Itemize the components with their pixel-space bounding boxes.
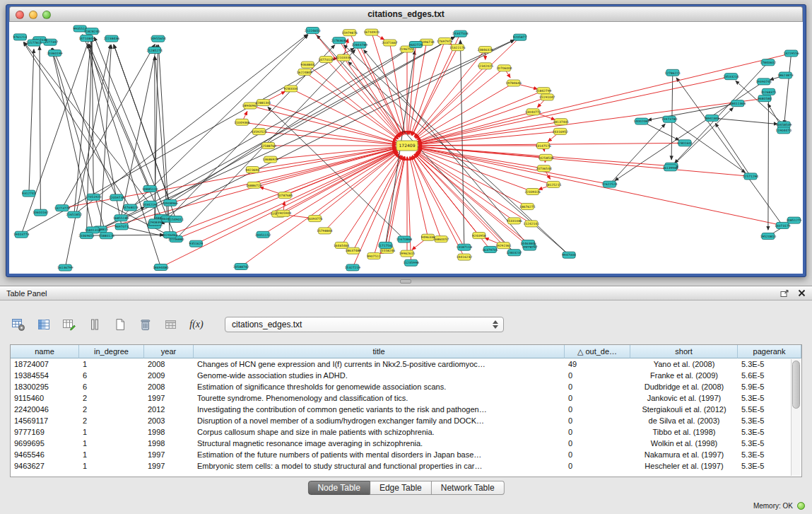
network-edge[interactable] bbox=[418, 97, 547, 141]
table-cell[interactable]: 22420046 bbox=[11, 405, 79, 414]
network-node[interactable]: 9423690 bbox=[246, 167, 260, 173]
table-cell[interactable]: 18724007 bbox=[11, 360, 79, 368]
table-cell[interactable]: 1 bbox=[79, 450, 144, 459]
network-node[interactable]: 15798844 bbox=[317, 228, 333, 234]
network-node[interactable]: 18125215 bbox=[546, 181, 562, 187]
column-header-name[interactable]: name bbox=[11, 345, 79, 358]
table-cell[interactable]: 9463627 bbox=[11, 462, 79, 470]
table-cell[interactable]: Dudbridge et al. (2008) bbox=[630, 382, 738, 391]
network-edge[interactable] bbox=[155, 57, 155, 222]
network-node[interactable]: 11717561 bbox=[377, 242, 394, 248]
network-node[interactable]: 16224809 bbox=[297, 69, 313, 75]
network-node[interactable]: 23533214 bbox=[723, 74, 739, 80]
table-cell[interactable]: 1 bbox=[79, 428, 144, 436]
network-node[interactable]: 14002083 bbox=[634, 118, 650, 124]
table-cell[interactable]: 2012 bbox=[144, 405, 194, 414]
table-row[interactable]: 2242004622012Investigating the contribut… bbox=[11, 404, 801, 415]
network-node[interactable]: 11670868 bbox=[396, 236, 413, 243]
network-node[interactable]: 13592523 bbox=[251, 129, 267, 135]
network-edge[interactable] bbox=[784, 54, 792, 124]
network-node[interactable]: 10600162 bbox=[33, 209, 49, 216]
zoom-button[interactable] bbox=[42, 11, 51, 19]
network-node[interactable]: 16860057 bbox=[433, 236, 449, 243]
network-node[interactable]: 14768023 bbox=[122, 204, 139, 211]
network-node[interactable]: 15322176 bbox=[449, 45, 466, 51]
network-node[interactable]: 9680580 bbox=[758, 95, 772, 102]
table-cell[interactable]: 0 bbox=[565, 428, 630, 436]
network-node[interactable]: 9947000 bbox=[562, 252, 576, 258]
table-cell[interactable]: 2009 bbox=[144, 371, 194, 380]
network-node[interactable]: 22622524 bbox=[601, 181, 618, 187]
table-cell[interactable]: Nakamura et al. (1997) bbox=[630, 450, 738, 459]
table-row[interactable]: 977716911998Corpus callosum shape and si… bbox=[11, 426, 801, 438]
table-cell[interactable]: 1 bbox=[79, 360, 144, 368]
table-cell[interactable]: 9115460 bbox=[11, 394, 79, 402]
float-panel-icon[interactable] bbox=[780, 289, 789, 298]
table-cell[interactable]: Stergiakouli et al. (2012) bbox=[630, 405, 738, 414]
network-node[interactable]: 9907511 bbox=[367, 253, 381, 259]
table-cell[interactable]: 0 bbox=[565, 462, 630, 470]
network-node[interactable]: 20371667 bbox=[382, 40, 398, 46]
network-node[interactable]: 16465464 bbox=[334, 242, 350, 248]
network-node[interactable]: 14463849 bbox=[520, 240, 536, 247]
network-node[interactable]: 12803237 bbox=[506, 250, 522, 256]
network-edge[interactable] bbox=[360, 45, 402, 136]
network-node[interactable]: 12342025 bbox=[478, 63, 494, 69]
create-column-icon[interactable] bbox=[112, 316, 129, 333]
network-edge[interactable] bbox=[315, 153, 399, 218]
network-node[interactable]: 22571294 bbox=[743, 173, 759, 180]
network-node[interactable]: 21577811 bbox=[26, 40, 42, 46]
network-edge[interactable] bbox=[161, 40, 514, 218]
network-node[interactable]: 22844789 bbox=[352, 42, 368, 48]
table-cell[interactable]: 0 bbox=[565, 439, 630, 448]
network-edge[interactable] bbox=[155, 57, 167, 219]
table-row[interactable]: 1938455462009Genome-wide association stu… bbox=[11, 370, 801, 381]
network-canvas[interactable]: 2196755115096734176979761532217623846328… bbox=[9, 22, 803, 274]
network-node[interactable]: 18411368 bbox=[730, 100, 746, 107]
network-node[interactable]: 9368844 bbox=[301, 62, 315, 68]
column-header-pagerank[interactable]: pagerank bbox=[738, 345, 801, 358]
network-edge[interactable] bbox=[715, 123, 751, 176]
panel-splitter[interactable] bbox=[0, 277, 812, 286]
table-cell[interactable]: 0 bbox=[565, 382, 630, 391]
network-hub-node[interactable]: 172409 bbox=[396, 141, 418, 151]
table-cell[interactable]: 2008 bbox=[144, 382, 194, 391]
apply-function-icon[interactable]: f(x) bbox=[188, 316, 205, 333]
network-edge[interactable] bbox=[415, 66, 486, 137]
table-cell[interactable]: 0 bbox=[565, 405, 630, 414]
network-node[interactable]: 16886720 bbox=[246, 182, 262, 188]
network-edge[interactable] bbox=[386, 157, 405, 245]
table-cell[interactable]: 9465546 bbox=[11, 450, 79, 459]
network-node[interactable]: 18637489 bbox=[346, 247, 362, 254]
table-cell[interactable]: 2 bbox=[79, 405, 144, 414]
network-edge[interactable] bbox=[86, 37, 91, 235]
minimize-button[interactable] bbox=[29, 11, 37, 19]
table-cell[interactable]: Jankovic et al. (1997) bbox=[630, 394, 738, 402]
table-cell[interactable]: Changes of HCN gene expression and I(f) … bbox=[194, 360, 565, 368]
network-node[interactable]: 11235998 bbox=[403, 259, 419, 266]
network-node[interactable]: 20736544 bbox=[536, 165, 552, 172]
network-node[interactable]: 21549011 bbox=[168, 216, 184, 223]
table-row[interactable]: 1872400712008Changes of HCN gene express… bbox=[11, 358, 801, 370]
network-edge[interactable] bbox=[416, 153, 529, 243]
table-cell[interactable]: 9777169 bbox=[11, 428, 79, 436]
table-cell[interactable]: 1997 bbox=[144, 450, 194, 459]
network-node[interactable]: 21783639 bbox=[331, 37, 348, 44]
delete-column-icon[interactable] bbox=[137, 316, 154, 333]
table-row[interactable]: 911546021997Tourette syndrome. Phenomeno… bbox=[11, 392, 801, 404]
table-row[interactable]: 946554611997Estimation of the future num… bbox=[11, 449, 801, 460]
table-row[interactable]: 1830029562008Estimation of significance … bbox=[11, 381, 801, 392]
network-node[interactable]: 13273774 bbox=[54, 205, 71, 211]
network-edge[interactable] bbox=[158, 45, 170, 235]
table-cell[interactable]: Estimation of the future numbers of pati… bbox=[194, 450, 565, 459]
network-node[interactable]: 18694480 bbox=[153, 264, 169, 271]
table-settings-icon[interactable] bbox=[10, 316, 27, 333]
network-node[interactable]: 9283334 bbox=[284, 86, 298, 92]
edit-columns-icon[interactable] bbox=[61, 316, 78, 333]
table-scrollbar-thumb[interactable] bbox=[792, 361, 800, 409]
network-node[interactable]: 20908966 bbox=[163, 199, 179, 206]
network-node[interactable]: 23846328 bbox=[477, 47, 493, 53]
network-edge[interactable] bbox=[40, 46, 40, 212]
network-node[interactable]: 18623873 bbox=[777, 72, 794, 78]
network-node[interactable]: 12908393 bbox=[148, 219, 164, 226]
